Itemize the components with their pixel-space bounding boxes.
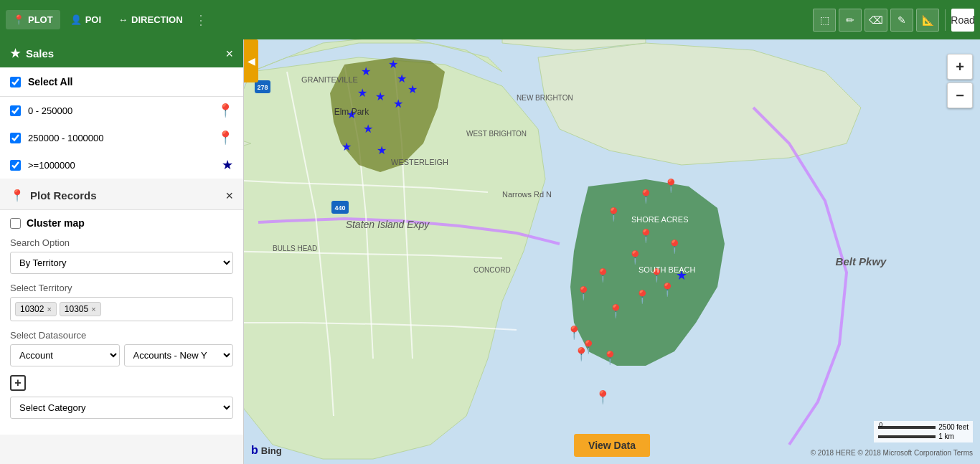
svg-text:SOUTH BEACH: SOUTH BEACH [639, 265, 696, 274]
svg-text:Belt Pkwy: Belt Pkwy [836, 255, 887, 267]
datasource-label: Select Datasource [10, 330, 233, 341]
territory-label: Select Territory [10, 283, 233, 293]
legend-checkbox-1[interactable] [10, 133, 21, 143]
map-scale: 0 2500 feet 1 km [874, 421, 973, 442]
legend-pin-0: 📍 [217, 103, 233, 118]
add-category-btn[interactable]: + [10, 375, 26, 391]
toolbar-divider [945, 9, 946, 31]
legend-range-1: 250000 - 1000000 [28, 133, 104, 143]
direction-tab[interactable]: ↔ DIRECTION [111, 10, 190, 29]
legend-pin-1: 📍 [217, 130, 233, 146]
svg-text:★: ★ [377, 144, 387, 156]
copyright: © 2018 HERE © 2018 Microsoft Corporation… [811, 449, 973, 457]
pencil-tool-btn[interactable]: ✏ [839, 9, 862, 32]
zoom-controls: + − [947, 54, 973, 111]
sales-header-left: ★ Sales [10, 47, 54, 60]
svg-text:WEST BRIGHTON: WEST BRIGHTON [466, 130, 527, 138]
datasource-group: Select Datasource Account Accounts - New… [10, 330, 233, 366]
svg-text:★: ★ [357, 87, 367, 99]
territory-group: Select Territory 10302 × 10305 × [10, 283, 233, 321]
measure-tool-btn[interactable]: 📐 [916, 9, 939, 32]
toolbar: 📍 PLOT 👤 POI ↔ DIRECTION ⋮ [0, 0, 244, 39]
territory-tag-1-value: 10305 [65, 304, 88, 314]
svg-text:📍: 📍 [666, 239, 683, 255]
svg-text:WESTERLEIGH: WESTERLEIGH [391, 158, 448, 166]
cluster-row: Cluster map [10, 217, 233, 229]
cluster-map-checkbox[interactable] [10, 218, 21, 229]
svg-text:NEW BRIGHTON: NEW BRIGHTON [517, 94, 573, 102]
add-category-row[interactable]: + [10, 375, 233, 391]
plot-location-icon: 📍 [10, 189, 24, 202]
sales-star-icon: ★ [10, 47, 20, 60]
plot-tab[interactable]: 📍 PLOT [6, 10, 60, 29]
select-all-label: Select All [28, 76, 73, 87]
bing-text: Bing [261, 445, 282, 456]
svg-text:★: ★ [375, 90, 385, 103]
legend-row-2: >=1000000 ★ [0, 151, 243, 179]
plot-close-btn[interactable]: × [225, 189, 233, 202]
search-option-label: Search Option [10, 237, 233, 248]
scale-km: 1 km [938, 432, 954, 440]
road-map-btn[interactable]: Road [951, 9, 974, 32]
territory-tag-1: 10305 × [60, 302, 101, 316]
territory-tag-0-close[interactable]: × [47, 305, 51, 313]
svg-text:📍: 📍 [634, 289, 651, 305]
poi-icon: 👤 [70, 14, 82, 25]
svg-text:Narrows Rd N: Narrows Rd N [502, 190, 552, 199]
svg-text:📍: 📍 [638, 189, 654, 204]
plot-section: 📍 Plot Records × Cluster map Search Opti… [0, 181, 243, 435]
territory-tag-1-close[interactable]: × [91, 305, 95, 313]
legend-row-1: 250000 - 1000000 📍 [0, 124, 243, 151]
edit-tool-btn[interactable]: ✎ [890, 9, 913, 32]
datasource-select-2[interactable]: Accounts - New Y [124, 344, 234, 366]
view-data-btn[interactable]: View Data [574, 434, 650, 457]
scale-feet: 2500 feet [938, 423, 969, 431]
svg-text:📍: 📍 [638, 228, 654, 244]
poi-tab[interactable]: 👤 POI [63, 10, 108, 29]
svg-text:📍: 📍 [659, 282, 676, 298]
svg-text:Elm Park: Elm Park [334, 107, 370, 117]
sales-close-btn[interactable]: × [225, 47, 233, 60]
plot-icon: 📍 [13, 14, 24, 25]
svg-text:★: ★ [397, 72, 407, 85]
datasource-select-1[interactable]: Account [10, 344, 120, 366]
category-select[interactable]: Select Category [10, 397, 233, 419]
legend-pin-2: ★ [222, 157, 233, 173]
select-tool-btn[interactable]: ⬚ [813, 9, 836, 32]
svg-text:★: ★ [388, 58, 398, 70]
plot-header: 📍 Plot Records × [0, 181, 243, 210]
legend-checkbox-2[interactable] [10, 160, 21, 171]
svg-text:📍: 📍 [575, 285, 592, 301]
toolbar-sep: ⋮ [193, 12, 209, 28]
sales-section: ★ Sales × Select All 0 - 250000 📍 250000… [0, 39, 243, 179]
territory-tag-0-value: 10302 [20, 304, 44, 314]
svg-text:★: ★ [361, 65, 371, 77]
toggle-sidebar-btn[interactable]: ◀ [244, 39, 258, 82]
svg-text:📍: 📍 [608, 303, 624, 319]
svg-text:SHORE ACRES: SHORE ACRES [631, 215, 688, 224]
search-option-select[interactable]: By Territory By Zip Code [10, 252, 233, 274]
road-label: Road [951, 14, 974, 26]
legend-row-0: 0 - 250000 📍 [0, 97, 243, 124]
svg-text:📍: 📍 [627, 250, 644, 265]
svg-text:📍: 📍 [602, 350, 618, 366]
svg-text:📍: 📍 [595, 389, 611, 405]
right-toolbar: ⬚ ✏ ⌫ ✎ 📐 Road [244, 0, 980, 39]
svg-text:📍: 📍 [606, 207, 622, 222]
poi-label: POI [85, 14, 101, 25]
select-all-checkbox[interactable] [10, 77, 21, 87]
plot-label: PLOT [28, 14, 53, 25]
eraser-tool-btn[interactable]: ⌫ [864, 9, 887, 32]
sales-header: ★ Sales × [0, 39, 243, 67]
svg-text:📍: 📍 [595, 267, 611, 283]
territory-input[interactable]: 10302 × 10305 × [10, 297, 233, 321]
category-group: Select Category [10, 397, 233, 419]
plot-form: Cluster map Search Option By Territory B… [0, 210, 243, 435]
svg-text:CONCORD: CONCORD [473, 266, 511, 274]
zoom-in-btn[interactable]: + [947, 54, 973, 80]
left-panel: ★ Sales × Select All 0 - 250000 📍 250000… [0, 39, 244, 464]
zoom-out-btn[interactable]: − [947, 82, 973, 108]
legend-range-2: >=1000000 [28, 160, 75, 171]
plot-title: Plot Records [30, 189, 97, 202]
legend-checkbox-0[interactable] [10, 105, 21, 116]
